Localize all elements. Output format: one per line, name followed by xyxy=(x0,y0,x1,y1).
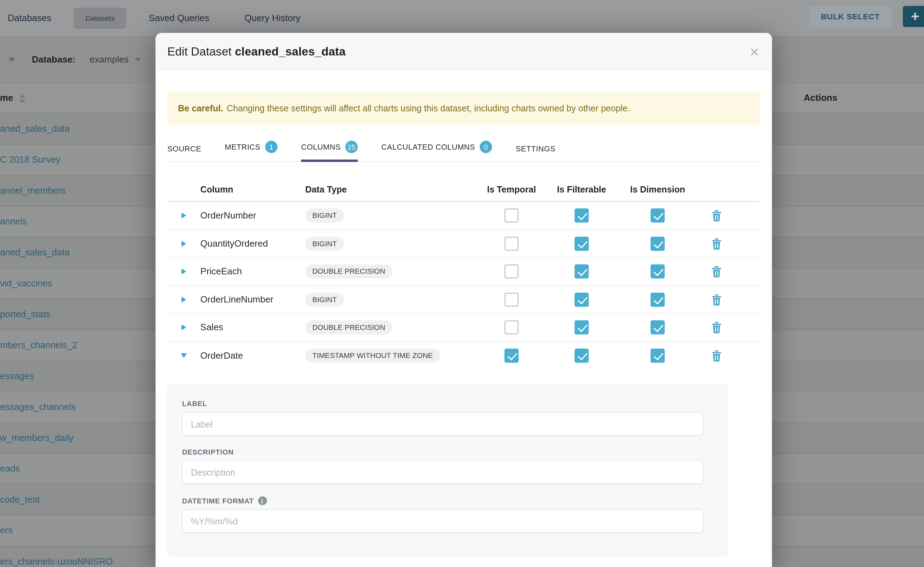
dataset-link[interactable]: w_members_daily xyxy=(0,432,74,443)
dataset-link[interactable]: essages xyxy=(0,370,34,381)
tab-label: SOURCE xyxy=(167,144,201,153)
column-name: Sales xyxy=(200,322,305,333)
tab-count-badge: 25 xyxy=(345,141,358,153)
is-filterable-checkbox[interactable] xyxy=(575,292,588,307)
dataset-link[interactable]: eads xyxy=(0,464,20,474)
columns-table-header: Column Data Type Is Temporal Is Filterab… xyxy=(167,177,760,202)
dataset-link[interactable]: aned_sales_data xyxy=(0,248,69,258)
is-temporal-checkbox[interactable] xyxy=(504,208,519,223)
nav-item-datasets[interactable]: Datasets xyxy=(74,8,126,28)
is-temporal-checkbox[interactable] xyxy=(504,236,519,250)
close-icon[interactable]: × xyxy=(750,44,759,59)
is-temporal-checkbox[interactable] xyxy=(504,320,519,334)
trash-icon[interactable] xyxy=(711,294,722,306)
is-filterable-checkbox[interactable] xyxy=(575,264,588,279)
column-row: QuantityOrdered BIGINT xyxy=(167,230,760,258)
dataset-link[interactable]: mbers_channels_2 xyxy=(0,340,77,350)
trash-icon[interactable] xyxy=(711,238,722,250)
is-dimension-checkbox[interactable] xyxy=(650,348,665,363)
tab-settings[interactable]: SETTINGS xyxy=(516,144,555,162)
dataset-link[interactable]: aned_sales_data xyxy=(0,124,69,134)
warning-text: Changing these settings will affect all … xyxy=(227,103,630,113)
is-dimension-checkbox[interactable] xyxy=(650,320,665,334)
header-is-filterable: Is Filterable xyxy=(547,184,616,194)
dataset-link[interactable]: annels xyxy=(0,216,27,227)
header-is-dimension: Is Dimension xyxy=(616,184,699,194)
column-row: OrderNumber BIGINT xyxy=(167,202,760,230)
header-data-type: Data Type xyxy=(305,184,476,194)
nav-item-saved-queries[interactable]: Saved Queries xyxy=(149,13,209,23)
dataset-link[interactable]: ers xyxy=(0,525,13,536)
column-name: OrderDate xyxy=(200,350,305,361)
dataset-link[interactable]: code_test xyxy=(0,494,40,505)
dataset-link[interactable]: ers_channels-uzooNNtSRO xyxy=(0,556,113,567)
expand-caret-icon[interactable] xyxy=(181,353,187,358)
column-name: QuantityOrdered xyxy=(200,238,305,249)
expand-caret-icon[interactable] xyxy=(181,325,186,331)
columns-table-body: OrderNumber BIGINT QuantityOrdered BIGIN… xyxy=(167,202,760,369)
label-input[interactable] xyxy=(182,412,704,436)
header-column: Column xyxy=(200,184,305,194)
column-row: PriceEach DOUBLE PRECISION xyxy=(167,258,760,286)
is-dimension-checkbox[interactable] xyxy=(650,292,665,307)
tab-calculated-columns[interactable]: CALCULATED COLUMNS0 xyxy=(381,141,492,162)
data-type-pill: DOUBLE PRECISION xyxy=(305,264,392,279)
bulk-select-button[interactable]: BULK SELECT xyxy=(809,6,892,27)
datetime-format-input[interactable] xyxy=(182,509,704,533)
is-dimension-checkbox[interactable] xyxy=(650,264,665,279)
is-temporal-checkbox[interactable] xyxy=(504,348,519,363)
dataset-link[interactable]: annel_members xyxy=(0,186,65,196)
edit-dataset-modal: Edit Dataset cleaned_sales_data × Be car… xyxy=(155,33,772,567)
name-column-header[interactable]: me xyxy=(0,92,14,103)
is-filterable-checkbox[interactable] xyxy=(575,208,588,223)
nav-item-databases[interactable]: Databases xyxy=(8,13,51,23)
sort-icon[interactable] xyxy=(20,94,25,103)
chevron-down-icon[interactable] xyxy=(135,58,141,61)
warning-banner: Be careful. Changing these settings will… xyxy=(167,92,760,125)
screen: DatabasesDatasetsSaved QueriesQuery Hist… xyxy=(0,0,924,567)
is-dimension-checkbox[interactable] xyxy=(650,236,665,250)
trash-icon[interactable] xyxy=(711,266,722,278)
column-row: Sales DOUBLE PRECISION xyxy=(167,314,760,342)
trash-icon[interactable] xyxy=(711,350,722,362)
is-filterable-checkbox[interactable] xyxy=(575,236,588,250)
modal-header: Edit Dataset cleaned_sales_data × xyxy=(155,33,772,70)
is-filterable-checkbox[interactable] xyxy=(575,320,588,334)
column-detail-panel: LABEL DESCRIPTION DATETIME FORMAT i xyxy=(167,384,728,556)
is-temporal-checkbox[interactable] xyxy=(504,264,519,279)
data-type-pill: TIMESTAMP WITHOUT TIME ZONE xyxy=(305,348,440,363)
description-input[interactable] xyxy=(182,460,704,484)
is-temporal-checkbox[interactable] xyxy=(504,292,519,307)
nav-item-query-history[interactable]: Query History xyxy=(245,13,301,23)
database-filter-value[interactable]: examples xyxy=(90,54,129,64)
tab-columns[interactable]: COLUMNS25 xyxy=(301,141,358,162)
tab-label: SETTINGS xyxy=(516,144,555,153)
tab-metrics[interactable]: METRICS1 xyxy=(225,141,277,162)
is-filterable-checkbox[interactable] xyxy=(575,348,588,363)
trash-icon[interactable] xyxy=(711,210,722,222)
dataset-link[interactable]: essages_channels xyxy=(0,402,75,412)
data-type-pill: DOUBLE PRECISION xyxy=(305,320,392,334)
data-type-pill: BIGINT xyxy=(305,208,344,223)
expand-caret-icon[interactable] xyxy=(181,213,186,219)
info-icon[interactable]: i xyxy=(258,496,267,505)
data-type-pill: BIGINT xyxy=(305,292,344,307)
expand-caret-icon[interactable] xyxy=(181,269,186,275)
datetime-format-field-label: DATETIME FORMAT i xyxy=(182,484,713,505)
truncated-dropdown-caret-icon[interactable] xyxy=(8,57,15,62)
data-type-pill: BIGINT xyxy=(305,236,344,250)
dataset-link[interactable]: vid_vaccines xyxy=(0,278,53,289)
tab-source[interactable]: SOURCE xyxy=(167,144,201,162)
trash-icon[interactable] xyxy=(711,322,722,334)
tab-count-badge: 0 xyxy=(480,141,492,153)
dataset-link[interactable]: C 2018 Survey xyxy=(0,154,60,165)
dataset-link[interactable]: ported_stats xyxy=(0,309,50,320)
expand-caret-icon[interactable] xyxy=(181,297,186,303)
column-name: OrderLineNumber xyxy=(200,294,305,305)
tab-label: METRICS xyxy=(225,142,260,152)
database-filter-label: Database: xyxy=(32,54,75,64)
expand-caret-icon[interactable] xyxy=(181,241,186,247)
add-dataset-button[interactable]: + xyxy=(903,6,924,27)
is-dimension-checkbox[interactable] xyxy=(650,208,665,223)
tab-count-badge: 1 xyxy=(265,141,277,153)
